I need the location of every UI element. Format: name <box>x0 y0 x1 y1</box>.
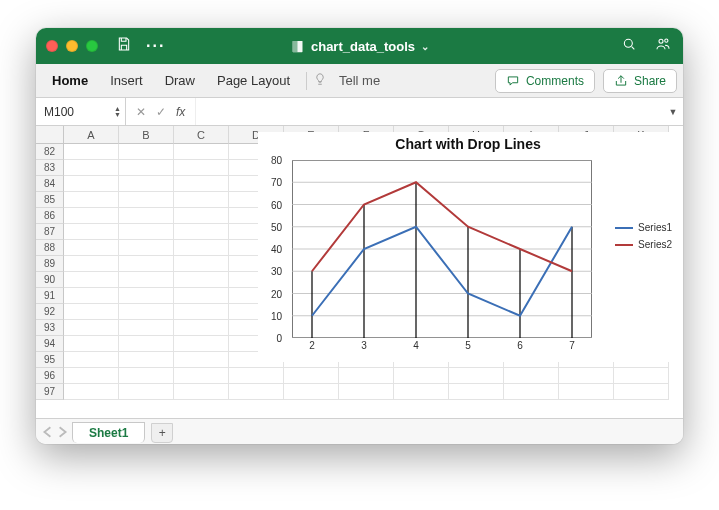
accept-formula-icon[interactable]: ✓ <box>156 105 166 119</box>
column-header[interactable]: C <box>174 126 229 144</box>
cell[interactable] <box>64 144 119 160</box>
tab-home[interactable]: Home <box>42 67 98 94</box>
cell[interactable] <box>174 384 229 400</box>
row-header[interactable]: 88 <box>36 240 64 256</box>
cell[interactable] <box>119 336 174 352</box>
cell[interactable] <box>339 368 394 384</box>
cell[interactable] <box>119 144 174 160</box>
row-header[interactable]: 86 <box>36 208 64 224</box>
cell[interactable] <box>339 384 394 400</box>
fx-icon[interactable]: fx <box>176 105 185 119</box>
cell[interactable] <box>64 304 119 320</box>
cell[interactable] <box>64 336 119 352</box>
row-header[interactable]: 85 <box>36 192 64 208</box>
cell[interactable] <box>174 288 229 304</box>
cell[interactable] <box>174 272 229 288</box>
fullscreen-icon[interactable] <box>86 40 98 52</box>
cell[interactable] <box>174 176 229 192</box>
cell[interactable] <box>449 368 504 384</box>
cell[interactable] <box>229 368 284 384</box>
cell[interactable] <box>64 272 119 288</box>
sheet-tab-sheet1[interactable]: Sheet1 <box>72 422 145 443</box>
share-button[interactable]: Share <box>603 69 677 93</box>
formula-expand-icon[interactable]: ▼ <box>663 98 683 125</box>
select-all-corner[interactable] <box>36 126 64 144</box>
save-icon[interactable] <box>116 36 132 56</box>
cell[interactable] <box>174 304 229 320</box>
cell[interactable] <box>174 256 229 272</box>
row-header[interactable]: 82 <box>36 144 64 160</box>
cell[interactable] <box>119 304 174 320</box>
chevron-down-icon[interactable]: ⌄ <box>421 41 429 52</box>
cell[interactable] <box>174 208 229 224</box>
close-icon[interactable] <box>46 40 58 52</box>
more-icon[interactable]: ··· <box>146 37 165 55</box>
cell[interactable] <box>394 384 449 400</box>
cell[interactable] <box>119 272 174 288</box>
namebox-stepper-icon[interactable]: ▲▼ <box>114 106 121 118</box>
cell[interactable] <box>119 208 174 224</box>
cell[interactable] <box>174 368 229 384</box>
comments-button[interactable]: Comments <box>495 69 595 93</box>
minimize-icon[interactable] <box>66 40 78 52</box>
cell[interactable] <box>174 336 229 352</box>
row-header[interactable]: 89 <box>36 256 64 272</box>
row-header[interactable]: 97 <box>36 384 64 400</box>
cell[interactable] <box>64 176 119 192</box>
cell[interactable] <box>504 368 559 384</box>
cell[interactable] <box>119 160 174 176</box>
cell[interactable] <box>64 368 119 384</box>
column-header[interactable]: A <box>64 126 119 144</box>
spreadsheet-grid[interactable]: ABCDEFGHIJK 8283848586878889909192939495… <box>36 126 683 418</box>
cell[interactable] <box>559 384 614 400</box>
cell[interactable] <box>64 208 119 224</box>
cell[interactable] <box>64 352 119 368</box>
cell[interactable] <box>119 320 174 336</box>
cell[interactable] <box>174 352 229 368</box>
cell[interactable] <box>229 384 284 400</box>
cell[interactable] <box>504 384 559 400</box>
tell-me-search[interactable]: Tell me <box>329 67 390 94</box>
share-people-icon[interactable] <box>655 36 671 56</box>
cell[interactable] <box>174 320 229 336</box>
row-header[interactable]: 91 <box>36 288 64 304</box>
cell[interactable] <box>119 224 174 240</box>
cell[interactable] <box>174 160 229 176</box>
add-sheet-button[interactable]: + <box>151 423 173 443</box>
cancel-formula-icon[interactable]: ✕ <box>136 105 146 119</box>
cell[interactable] <box>64 288 119 304</box>
cell[interactable] <box>614 384 669 400</box>
cell[interactable] <box>64 160 119 176</box>
cell[interactable] <box>64 224 119 240</box>
cell[interactable] <box>174 224 229 240</box>
cell[interactable] <box>119 288 174 304</box>
lightbulb-icon[interactable] <box>313 72 327 89</box>
cell[interactable] <box>174 144 229 160</box>
cell[interactable] <box>449 384 504 400</box>
cell[interactable] <box>394 368 449 384</box>
search-icon[interactable] <box>621 36 637 56</box>
prev-sheet-icon[interactable] <box>42 426 54 438</box>
cell[interactable] <box>119 256 174 272</box>
cell[interactable] <box>119 352 174 368</box>
next-sheet-icon[interactable] <box>56 426 68 438</box>
tab-page-layout[interactable]: Page Layout <box>207 67 300 94</box>
row-header[interactable]: 93 <box>36 320 64 336</box>
cell[interactable] <box>64 256 119 272</box>
cell[interactable] <box>614 368 669 384</box>
row-header[interactable]: 92 <box>36 304 64 320</box>
row-header[interactable]: 95 <box>36 352 64 368</box>
cell[interactable] <box>64 192 119 208</box>
row-header[interactable]: 84 <box>36 176 64 192</box>
cell[interactable] <box>174 192 229 208</box>
cell[interactable] <box>64 320 119 336</box>
embedded-chart[interactable]: Chart with Drop Lines 01020304050607080 … <box>258 132 678 362</box>
tab-insert[interactable]: Insert <box>100 67 153 94</box>
row-header[interactable]: 96 <box>36 368 64 384</box>
cell[interactable] <box>559 368 614 384</box>
formula-input[interactable] <box>196 98 663 125</box>
cell[interactable] <box>119 384 174 400</box>
cell[interactable] <box>284 368 339 384</box>
tab-draw[interactable]: Draw <box>155 67 205 94</box>
cell[interactable] <box>64 384 119 400</box>
